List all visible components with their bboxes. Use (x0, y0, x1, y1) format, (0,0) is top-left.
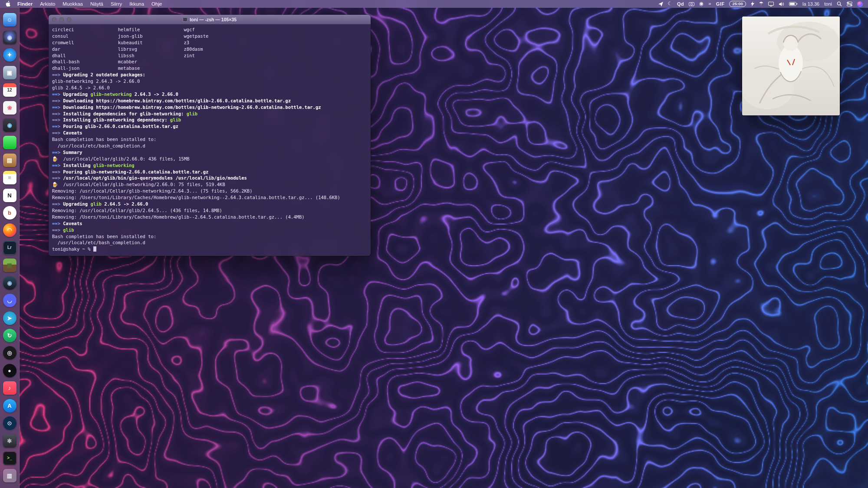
terminal-line: ==> Upgrading glib 2.64.5 -> 2.66.0 (52, 201, 367, 207)
dock-item-preview[interactable]: ▣ (3, 66, 16, 79)
minimize-button[interactable] (59, 17, 64, 22)
terminal-line: 🍺 /usr/local/Cellar/glib/2.66.0: 436 fil… (52, 156, 367, 162)
dock-item-calendar[interactable]: 12 (3, 83, 16, 97)
terminal-line: glib-networking 2.64.3 -> 2.66.0 (52, 78, 367, 85)
menu-ohje[interactable]: Ohje (151, 1, 162, 7)
dock-item-notion[interactable]: N (3, 189, 16, 202)
menu-ikkuna[interactable]: Ikkuna (129, 1, 144, 7)
dock-item-notes[interactable]: ≡ (3, 171, 16, 184)
terminal-line: ==> Pouring glib-2.66.0.catalina.bottle.… (52, 123, 367, 130)
album-art (742, 16, 840, 115)
dock-item-lightroom[interactable]: Lr (3, 241, 16, 255)
dock-item-vinyl[interactable]: ● (3, 364, 16, 377)
terminal-titlebar[interactable]: toni — -zsh — 105×35 (49, 15, 371, 24)
dock-item-discord[interactable]: ◡ (3, 294, 16, 307)
clock-label[interactable]: la 13.36 (802, 2, 819, 7)
dock-item-books[interactable]: ▤ (3, 154, 16, 167)
dock-item-finder[interactable]: ☺ (3, 13, 16, 26)
terminal-line: ==> Upgrading 2 outdated packages: (52, 72, 367, 78)
terminal-line: ==> Downloading https://homebrew.bintray… (52, 98, 367, 104)
terminal-line: /usr/local/etc/bash_completion.d (52, 143, 367, 149)
window-controls (52, 17, 71, 22)
terminal-line: dhall-bash mcabber (52, 59, 367, 65)
camera-icon[interactable] (689, 2, 694, 6)
terminal-line: ==> Pouring glib-networking-2.66.0.catal… (52, 169, 367, 175)
timer-pill[interactable]: 25:00 (729, 1, 746, 7)
menu-muokkaa[interactable]: Muokkaa (62, 1, 83, 7)
close-button[interactable] (52, 17, 56, 22)
terminal-line: ==> Upgrading glib-networking 2.64.3 -> … (52, 91, 367, 98)
display-icon[interactable] (768, 2, 774, 7)
terminal-line: glib 2.64.5 -> 2.66.0 (52, 85, 367, 91)
gif-menu-label[interactable]: GIF (716, 2, 725, 7)
terminal-line: cromwell kubeaudit z3 (52, 39, 367, 46)
terminal-title-text: toni — -zsh — 105×35 (190, 17, 237, 22)
record-icon[interactable]: ◉ (699, 1, 704, 7)
terminal-line: Bash completion has been installed to: (52, 136, 367, 143)
control-center-icon[interactable] (847, 2, 852, 7)
bolt-icon[interactable] (751, 1, 754, 7)
menu-finder[interactable]: Finder (17, 1, 33, 7)
qd-badge[interactable]: Qd (677, 2, 684, 7)
terminal-window[interactable]: toni — -zsh — 105×35 circleci helmfile w… (49, 15, 371, 256)
terminal-title: toni — -zsh — 105×35 (49, 15, 371, 24)
terminal-line: toni@shaky ~ % (52, 246, 367, 252)
terminal-line: dhall-json metabase (52, 65, 367, 72)
desktop: { "menu_bar": { "menus": [ {"label": "Fi… (0, 0, 868, 488)
terminal-line: circleci helmfile wgcf (52, 26, 367, 33)
terminal-line: 🍺 /usr/local/Cellar/glib-networking/2.66… (52, 181, 367, 188)
terminal-line: dar librsvg z80dasm (52, 46, 367, 52)
volume-icon[interactable] (779, 2, 784, 7)
terminal-line: ==> glib (52, 227, 367, 233)
menu-bar: FinderArkistoMuokkaaNäytäSiirryIkkunaOhj… (0, 0, 868, 8)
dock-item-one-password[interactable]: ⊙ (3, 416, 16, 430)
menu-näytä[interactable]: Näytä (90, 1, 103, 7)
terminal-line: Removing: /Users/toni/Library/Caches/Hom… (52, 214, 367, 220)
terminal-output[interactable]: circleci helmfile wgcfconsul json-glib w… (49, 24, 371, 256)
siri-icon[interactable] (857, 1, 863, 7)
dock-item-bear[interactable]: b (3, 206, 16, 219)
terminal-line: ==> Installing glib-networking dependenc… (52, 117, 367, 123)
dock-item-minecraft[interactable]: ▦ (3, 259, 16, 272)
dock: ☺◉✦▣12❀◉▤≡Nb◠Lr▦◉◡➤↻◎●♪A⊙✻>_▥ (0, 8, 20, 488)
zoom-button[interactable] (67, 17, 71, 22)
paper-plane-icon[interactable] (658, 2, 663, 7)
dock-item-siri[interactable]: ◉ (3, 31, 16, 44)
dock-item-trash[interactable]: ▥ (3, 469, 16, 482)
terminal-line: ==> /usr/local/opt/glib/bin/gio-querymod… (52, 175, 367, 181)
dock-item-steam[interactable]: ◉ (3, 276, 16, 290)
dock-item-safari[interactable]: ✦ (3, 48, 16, 62)
terminal-line: Bash completion has been installed to: (52, 233, 367, 240)
umbrella-icon[interactable]: ☂ (759, 1, 763, 7)
dock-item-telegram[interactable]: ➤ (3, 311, 16, 325)
menu-bar-status: ☾Qd◉»GIF25:00☂la 13.36toni (658, 1, 863, 7)
user-label[interactable]: toni (824, 2, 832, 7)
terminal-line: ==> Caveats (52, 220, 367, 227)
terminal-line: /usr/local/etc/bash_completion.d (52, 239, 367, 246)
terminal-line: ==> Downloading https://homebrew.bintray… (52, 104, 367, 111)
dock-item-terminal-app[interactable]: >_ (3, 452, 16, 465)
dock-item-sync[interactable]: ↻ (3, 329, 16, 342)
dock-item-music[interactable]: ♪ (3, 381, 16, 395)
dock-item-photo-booth[interactable]: ◉ (3, 118, 16, 132)
terminal-line: ==> Installing dependencies for glib-net… (52, 111, 367, 117)
menu-arkisto[interactable]: Arkisto (40, 1, 55, 7)
dock-item-messages[interactable] (3, 136, 16, 149)
spotlight-icon[interactable] (837, 1, 842, 7)
terminal-line: ==> Summary (52, 149, 367, 156)
terminal-line: Removing: /usr/local/Cellar/glib/2.64.5.… (52, 207, 367, 214)
battery-icon[interactable] (789, 2, 798, 6)
terminal-proxy-icon (183, 17, 187, 22)
dock-item-app-store[interactable]: A (3, 399, 16, 413)
dock-item-photos[interactable]: ❀ (3, 101, 16, 115)
apple-menu-icon[interactable] (5, 1, 10, 7)
dock-item-utility[interactable]: ✻ (3, 434, 16, 448)
dock-item-obs[interactable]: ◎ (3, 346, 16, 360)
dock-item-firefox[interactable]: ◠ (3, 223, 16, 237)
terminal-line: dhall libssh zint (52, 52, 367, 59)
menu-siirry[interactable]: Siirry (111, 1, 122, 7)
fast-forward-icon[interactable]: » (708, 1, 711, 7)
terminal-line: ==> Caveats (52, 130, 367, 136)
artwork-window[interactable] (742, 16, 840, 115)
moon-icon[interactable]: ☾ (668, 1, 672, 7)
